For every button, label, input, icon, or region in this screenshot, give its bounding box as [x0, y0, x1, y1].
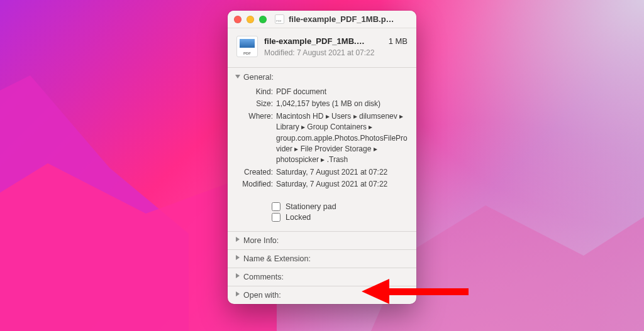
close-button[interactable]: [234, 16, 242, 23]
section-general-header[interactable]: General:: [228, 68, 416, 85]
stationery-pad-checkbox[interactable]: [272, 202, 280, 211]
kind-row: Kind: PDF document: [236, 87, 408, 97]
section-label: Comments:: [243, 273, 284, 281]
file-modified-subtitle: Modified: 7 August 2021 at 07:22: [264, 48, 379, 57]
traffic-lights: [234, 16, 267, 23]
disclosure-triangle-icon: [235, 237, 241, 243]
stationery-pad-label: Stationery pad: [286, 202, 336, 211]
size-row: Size: 1,042,157 bytes (1 MB on disk): [236, 99, 408, 109]
stationery-pad-row[interactable]: Stationery pad: [272, 202, 408, 211]
modified-key: Modified:: [236, 179, 276, 190]
section-label: Open with:: [243, 291, 281, 300]
disclosure-triangle-icon: [235, 256, 241, 261]
zoom-button[interactable]: [259, 16, 267, 23]
titlebar[interactable]: file-example_PDF_1MB.p…: [228, 11, 416, 28]
section-label: Name & Extension:: [243, 254, 311, 263]
kind-value: PDF document: [276, 87, 408, 97]
created-value: Saturday, 7 August 2021 at 07:22: [276, 167, 408, 178]
size-value: 1,042,157 bytes (1 MB on disk): [276, 99, 408, 109]
locked-checkbox[interactable]: [272, 213, 280, 222]
get-info-window: file-example_PDF_1MB.p… file-example_PDF…: [228, 11, 416, 304]
kind-key: Kind:: [236, 87, 276, 97]
modified-value: Saturday, 7 August 2021 at 07:22: [276, 179, 408, 190]
file-name: file-example_PDF_1MB.…: [264, 36, 379, 46]
where-row: Where: Macintosh HD ▸ Users ▸ dilumsenev…: [236, 111, 408, 166]
where-value: Macintosh HD ▸ Users ▸ dilumsenev ▸ Libr…: [276, 111, 408, 166]
section-comments-header[interactable]: Comments:: [228, 268, 416, 286]
modified-row: Modified: Saturday, 7 August 2021 at 07:…: [236, 179, 408, 190]
document-proxy-icon[interactable]: [275, 14, 284, 24]
section-label: General:: [243, 73, 274, 82]
file-size-label: 1 MB: [389, 36, 408, 46]
minimize-button[interactable]: [247, 16, 254, 23]
general-checkboxes: Stationery pad Locked: [228, 195, 416, 231]
where-key: Where:: [236, 111, 276, 122]
file-thumbnail-icon: [236, 36, 258, 57]
created-row: Created: Saturday, 7 August 2021 at 07:2…: [236, 167, 408, 178]
section-more-info-header[interactable]: More Info:: [228, 231, 416, 249]
disclosure-triangle-icon: [235, 292, 241, 298]
locked-row[interactable]: Locked: [272, 213, 408, 222]
info-header: file-example_PDF_1MB.… Modified: 7 Augus…: [228, 28, 416, 67]
window-title: file-example_PDF_1MB.p…: [289, 14, 410, 24]
disclosure-triangle-icon: [235, 274, 241, 279]
disclosure-triangle-icon: [235, 75, 241, 80]
desktop-wallpaper: file-example_PDF_1MB.p… file-example_PDF…: [0, 0, 644, 331]
created-key: Created:: [236, 167, 276, 178]
general-details: Kind: PDF document Size: 1,042,157 bytes…: [228, 87, 416, 195]
header-text-block: file-example_PDF_1MB.… Modified: 7 Augus…: [264, 36, 379, 57]
section-open-with-header[interactable]: Open with:: [228, 286, 416, 304]
size-key: Size:: [236, 99, 276, 109]
section-label: More Info:: [243, 236, 279, 245]
section-name-extension-header[interactable]: Name & Extension:: [228, 249, 416, 268]
locked-label: Locked: [286, 213, 311, 222]
